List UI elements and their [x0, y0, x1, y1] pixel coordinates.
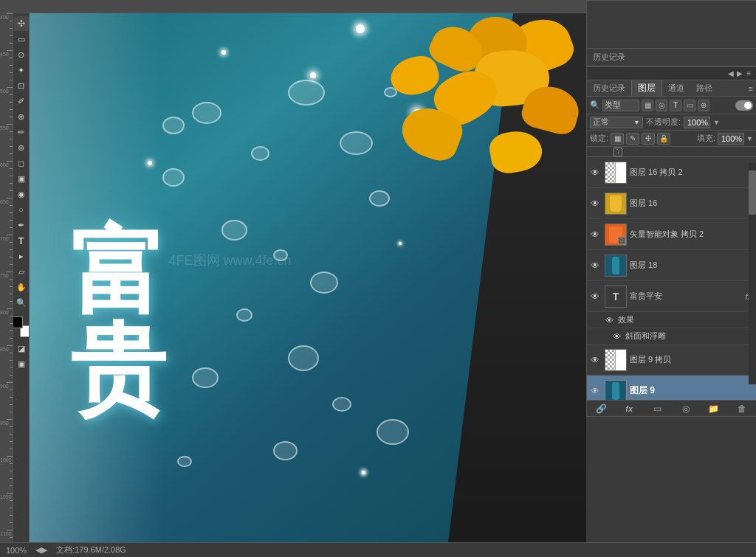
brush-tool[interactable]: ✏ — [14, 125, 29, 139]
blur-tool[interactable]: ◉ — [14, 187, 29, 201]
fill-arrow-btn[interactable]: ▼ — [746, 135, 753, 142]
zoom-level: 100% — [6, 546, 27, 555]
blend-mode-select[interactable]: 正常 ▼ — [590, 117, 643, 128]
layer-sub-item-bevel[interactable]: 👁 斜面和浮雕 — [587, 328, 756, 345]
opacity-value[interactable]: 100% — [684, 117, 710, 128]
status-bar: 100% ◀▶ 文档:179.6M/2.08G — [0, 542, 756, 557]
filter-smart-btn[interactable]: ⊕ — [698, 100, 709, 111]
toolbar-left: ✣ ▭ ⊙ ✦ ⊡ ✐ ⊕ ✏ ⊛ ◻ ▣ ◉ ○ ✒ T ▸ ▱ ✋ 🔍 ◪ … — [13, 13, 30, 542]
tab-history[interactable]: 历史记录 — [587, 81, 631, 95]
quick-mask-toggle[interactable]: ◪ — [14, 341, 29, 356]
chinese-calligraphy-text: 富 贵 — [70, 220, 166, 423]
layer-name: 矢量智能对象 拷贝 2 — [630, 229, 755, 240]
rect-select-tool[interactable]: ▭ — [14, 32, 29, 46]
opacity-arrow-btn[interactable]: ▼ — [713, 119, 720, 126]
move-tool[interactable]: ✣ — [14, 16, 29, 31]
clone-tool[interactable]: ⊛ — [14, 140, 29, 155]
lasso-tool[interactable]: ⊙ — [14, 47, 29, 62]
fill-label: 填充: — [697, 133, 715, 144]
path-select-tool[interactable]: ▸ — [14, 249, 29, 263]
filter-row: 🔍 类型 ▦ ◎ T ▭ ⊕ — [587, 97, 756, 114]
tab-layers[interactable]: 图层 — [631, 80, 662, 96]
layer-eye-icon[interactable]: 👁 — [611, 331, 622, 342]
layer-style-btn[interactable]: fx — [622, 402, 636, 415]
filter-adj-btn[interactable]: ◎ — [656, 100, 667, 111]
link-layers-btn[interactable]: 🔗 — [594, 402, 608, 415]
pen-tool[interactable]: ✒ — [14, 218, 29, 232]
file-info: 文档:179.6M/2.08G — [56, 544, 126, 556]
foreground-color-swatch[interactable] — [13, 316, 23, 328]
layer-eye-icon[interactable]: 👁 — [588, 228, 602, 241]
filter-pixel-btn[interactable]: ▦ — [642, 100, 653, 111]
nav-arrows[interactable]: ◀▶ — [35, 545, 47, 555]
layer-eye-icon[interactable]: 👁 — [588, 384, 602, 398]
healing-tool[interactable]: ⊕ — [14, 109, 29, 124]
layer-name: 斜面和浮雕 — [625, 331, 666, 342]
panel-tab-menu-btn[interactable]: ≡ — [746, 84, 756, 93]
layer-item-text[interactable]: 👁 T 富贵平安 fx — [587, 281, 756, 312]
crop-tool[interactable]: ⊡ — [14, 78, 29, 93]
layer-thumbnail: ⊡ — [605, 224, 627, 246]
layer-item[interactable]: 👁 图层 18 — [587, 250, 756, 281]
blend-opacity-row: 正常 ▼ 不透明度: 100% ▼ — [587, 114, 756, 131]
layer-eye-icon[interactable]: 👁 — [588, 290, 602, 303]
eyedropper-tool[interactable]: ✐ — [14, 94, 29, 108]
layer-name: 效果 — [618, 314, 634, 325]
layer-eye-icon[interactable]: 👁 — [588, 166, 602, 179]
layer-name: 富贵平安 — [630, 291, 745, 302]
fill-value[interactable]: 100% — [718, 133, 744, 145]
delete-layer-btn[interactable]: 🗑 — [735, 402, 749, 415]
dodge-tool[interactable]: ○ — [14, 202, 29, 217]
layer-sub-item-effects[interactable]: 👁 效果 — [587, 312, 756, 328]
panel-expand-btn[interactable]: ▶ — [735, 69, 744, 77]
layer-list-scrollbar[interactable] — [749, 163, 756, 384]
hand-tool[interactable]: ✋ — [14, 280, 29, 294]
layer-eye-icon[interactable]: 👁 — [603, 314, 615, 326]
layer-name: 图层 16 — [630, 198, 755, 209]
eraser-tool[interactable]: ◻ — [14, 156, 29, 170]
flowers-decoration — [276, 13, 586, 220]
ruler-left: 4004505005506006507007508008509009501000… — [0, 13, 13, 542]
type-tool[interactable]: T — [14, 233, 29, 248]
color-swatches[interactable] — [13, 316, 30, 337]
layer-item[interactable]: 👁 ⊡ 矢量智能对象 拷贝 2 — [587, 219, 756, 250]
create-group-btn[interactable]: 📁 — [707, 402, 721, 415]
create-adj-btn[interactable]: ◎ — [678, 402, 693, 415]
panel-collapse-btn[interactable]: ◀ — [726, 69, 735, 77]
layer-eye-icon[interactable]: 👁 — [588, 197, 602, 210]
add-mask-btn[interactable]: ▭ — [650, 402, 664, 415]
watermark-text: 4FE图网 www.4fe.cn — [169, 252, 292, 269]
gradient-tool[interactable]: ▣ — [14, 171, 29, 186]
lock-transparent-btn[interactable]: ▦ — [611, 133, 624, 145]
filter-toggle[interactable] — [735, 100, 753, 111]
lock-label: 锁定: — [590, 133, 608, 144]
layer-thumbnail — [605, 380, 627, 401]
tab-paths[interactable]: 路径 — [690, 81, 718, 95]
screen-mode-toggle[interactable]: ▣ — [14, 356, 29, 371]
zoom-tool[interactable]: 🔍 — [14, 295, 29, 310]
layer-thumbnail: T — [605, 286, 627, 308]
search-icon: 🔍 — [590, 100, 600, 110]
filter-shape-btn[interactable]: ▭ — [684, 100, 695, 111]
shape-tool[interactable]: ▱ — [14, 264, 29, 279]
lock-image-btn[interactable]: ✎ — [626, 133, 639, 145]
panel-tab-bar: 历史记录 图层 通道 路径 ≡ — [587, 80, 756, 97]
layer-eye-icon[interactable]: 👁 — [588, 353, 602, 367]
layer-item[interactable]: 👁 图层 16 拷贝 2 — [587, 157, 756, 188]
history-panel-label: 历史记录 — [587, 48, 756, 66]
layer-item-selected[interactable]: 👁 图层 9 — [587, 376, 756, 400]
filter-type-btn[interactable]: T — [670, 100, 681, 111]
filter-type-select[interactable]: 类型 — [602, 100, 639, 111]
panel-menu-btn[interactable]: ≡ — [744, 69, 753, 77]
layer-name: 图层 16 拷贝 2 — [630, 167, 755, 178]
lock-all-btn[interactable]: 🔒 — [657, 133, 670, 145]
lock-position-btn[interactable]: ✣ — [642, 133, 655, 145]
layer-item[interactable]: 👁 图层 16 — [587, 188, 756, 219]
layer-eye-icon[interactable]: 👁 — [588, 259, 602, 272]
panel-controls-row: ◀ ▶ ≡ — [587, 67, 756, 80]
magic-wand-tool[interactable]: ✦ — [14, 63, 29, 77]
layer-list: 👁 图层 16 拷贝 2 👁 图层 16 👁 ⊡ 矢量智能对象 拷 — [587, 157, 756, 400]
layer-thumbnail — [605, 349, 627, 371]
tab-channels[interactable]: 通道 — [662, 81, 690, 95]
layer-item[interactable]: 👁 图层 9 拷贝 — [587, 345, 756, 376]
